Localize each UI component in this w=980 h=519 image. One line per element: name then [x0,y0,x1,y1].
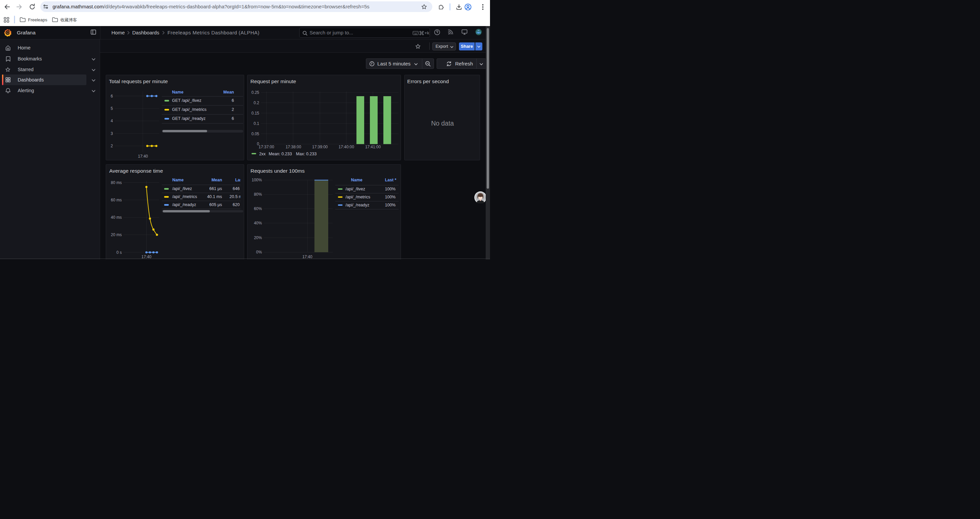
svg-text:0.2: 0.2 [254,100,259,105]
svg-text:3: 3 [110,131,113,136]
svg-text:0 s: 0 s [116,250,121,254]
svg-text:100%: 100% [251,178,262,182]
svg-text:17:38:00: 17:38:00 [286,145,301,149]
svg-text:20 ms: 20 ms [111,232,122,237]
svg-text:0.05: 0.05 [251,131,259,136]
svg-text:0.1: 0.1 [254,121,259,126]
svg-text:17:37:00: 17:37:00 [259,145,275,149]
svg-text:17:39:00: 17:39:00 [312,145,328,149]
svg-text:80 ms: 80 ms [111,180,122,185]
svg-text:5: 5 [110,106,113,110]
svg-text:40 ms: 40 ms [111,215,122,220]
svg-text:17:40: 17:40 [138,153,148,158]
svg-text:60%: 60% [254,206,262,211]
svg-text:4: 4 [110,118,113,123]
svg-text:6: 6 [110,94,113,98]
svg-text:17:41:00: 17:41:00 [365,145,381,149]
svg-text:17:40:00: 17:40:00 [339,145,354,149]
svg-text:2: 2 [110,144,113,148]
svg-text:80%: 80% [254,192,262,197]
svg-text:60 ms: 60 ms [111,197,122,202]
svg-text:20%: 20% [254,235,262,240]
svg-text:0.15: 0.15 [251,110,259,115]
svg-text:40%: 40% [254,221,262,225]
svg-text:0%: 0% [256,250,262,254]
svg-text:0.25: 0.25 [251,90,259,95]
